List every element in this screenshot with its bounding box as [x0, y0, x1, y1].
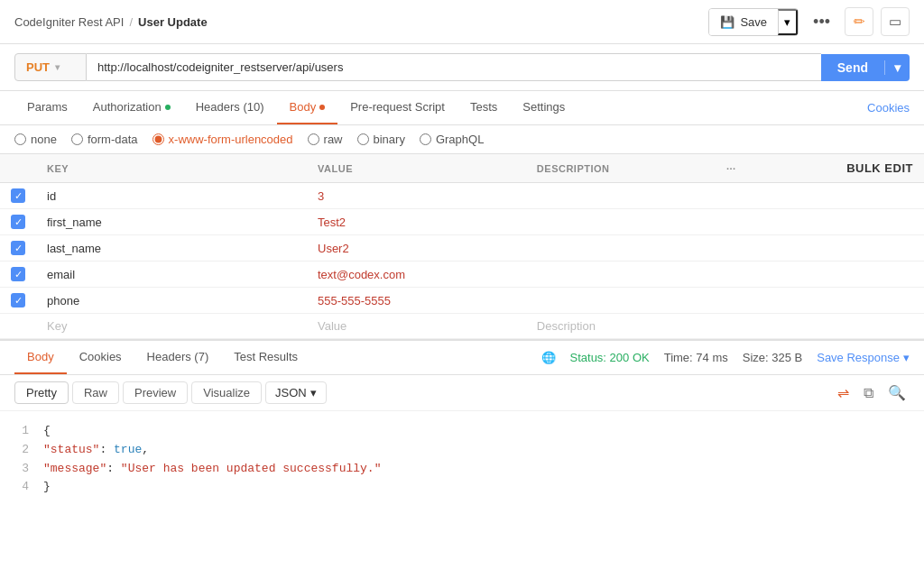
breadcrumb-separator: / — [129, 15, 133, 29]
status-ok: Status: 200 OK — [570, 351, 650, 364]
format-tab-raw[interactable]: Raw — [72, 381, 119, 404]
row-checkbox[interactable]: ✓ — [0, 235, 36, 262]
row-key[interactable]: first_name — [36, 209, 307, 235]
app-name: CodeIgniter Rest API — [14, 15, 124, 29]
response-format-bar: Pretty Raw Preview Visualize JSON ▾ ⇌ ⧉ … — [0, 375, 924, 411]
globe-icon: 🌐 — [541, 351, 556, 364]
response-tab-body[interactable]: Body — [14, 341, 67, 374]
row-more — [716, 262, 747, 288]
radio-none[interactable]: none — [14, 133, 57, 146]
row-key[interactable]: id — [36, 183, 307, 209]
col-value: VALUE — [307, 154, 526, 183]
more-options-button[interactable]: ••• — [806, 9, 837, 35]
send-dropdown-icon[interactable]: ▾ — [884, 60, 910, 75]
row-value[interactable]: 555-555-5555 — [307, 288, 526, 314]
row-more-empty — [716, 314, 747, 339]
row-extra — [747, 209, 924, 235]
col-bulk-edit[interactable]: Bulk Edit — [747, 154, 924, 183]
format-tab-visualize[interactable]: Visualize — [191, 381, 262, 404]
url-input[interactable] — [87, 53, 821, 81]
row-more — [716, 183, 747, 209]
json-output: 1 { 2 "status": true, 3 "message": "User… — [0, 411, 924, 508]
authorization-dot — [165, 105, 171, 110]
row-key-empty[interactable]: Key — [36, 314, 307, 339]
search-button[interactable]: 🔍 — [884, 381, 910, 405]
edit-button[interactable]: ✏ — [845, 7, 873, 36]
save-response-button[interactable]: Save Response ▾ — [817, 351, 910, 364]
row-checkbox[interactable]: ✓ — [0, 183, 36, 209]
radio-form-data[interactable]: form-data — [71, 133, 138, 146]
response-section: Body Cookies Headers (7) Test Results 🌐 … — [0, 339, 924, 508]
save-disk-icon: 💾 — [720, 15, 735, 29]
chevron-down-icon: ▾ — [310, 386, 317, 399]
form-table: KEY VALUE DESCRIPTION ··· Bulk Edit ✓ id… — [0, 154, 924, 339]
row-value[interactable]: Test2 — [307, 209, 526, 235]
body-dot — [319, 105, 325, 110]
table-row: ✓ id 3 — [0, 183, 924, 209]
tab-body[interactable]: Body — [277, 91, 338, 124]
method-select[interactable]: PUT ▾ — [14, 53, 87, 81]
col-more: ··· — [716, 154, 747, 183]
row-key[interactable]: email — [36, 262, 307, 288]
url-bar: PUT ▾ Send ▾ — [0, 44, 924, 91]
save-dropdown-button[interactable]: ▾ — [778, 9, 798, 35]
row-checkbox[interactable]: ✓ — [0, 288, 36, 314]
row-checkbox-empty — [0, 314, 36, 339]
response-status: 🌐 Status: 200 OK Time: 74 ms Size: 325 B… — [541, 351, 910, 364]
comment-button[interactable]: ▭ — [881, 7, 910, 36]
tab-prerequest[interactable]: Pre-request Script — [337, 91, 457, 124]
format-type-select[interactable]: JSON ▾ — [265, 381, 327, 404]
radio-graphql[interactable]: GraphQL — [420, 133, 484, 146]
cookies-link[interactable]: Cookies — [867, 101, 910, 115]
row-extra — [747, 235, 924, 262]
tab-authorization[interactable]: Authorization — [80, 91, 183, 124]
response-size: Size: 325 B — [743, 351, 803, 364]
row-description-empty[interactable]: Description — [526, 314, 716, 339]
tab-settings[interactable]: Settings — [510, 91, 578, 124]
row-extra — [747, 288, 924, 314]
response-tab-cookies[interactable]: Cookies — [67, 341, 134, 374]
method-label: PUT — [26, 60, 50, 74]
comment-icon: ▭ — [889, 14, 901, 30]
copy-button[interactable]: ⧉ — [860, 381, 877, 405]
row-key[interactable]: phone — [36, 288, 307, 314]
form-table-area: KEY VALUE DESCRIPTION ··· Bulk Edit ✓ id… — [0, 154, 924, 339]
tab-headers[interactable]: Headers (10) — [183, 91, 277, 124]
row-description[interactable] — [526, 235, 716, 262]
save-group: 💾 Save ▾ — [708, 8, 799, 36]
tab-params[interactable]: Params — [14, 91, 80, 124]
row-description[interactable] — [526, 209, 716, 235]
tab-tests[interactable]: Tests — [457, 91, 510, 124]
row-checkbox[interactable]: ✓ — [0, 209, 36, 235]
wrap-icon-button[interactable]: ⇌ — [834, 381, 853, 405]
pencil-icon: ✏ — [854, 14, 865, 30]
chevron-down-icon: ▾ — [784, 15, 790, 29]
format-bar-right: ⇌ ⧉ 🔍 — [834, 381, 910, 405]
row-value-empty[interactable]: Value — [307, 314, 526, 339]
table-row: ✓ phone 555-555-5555 — [0, 288, 924, 314]
row-description[interactable] — [526, 183, 716, 209]
format-tab-pretty[interactable]: Pretty — [14, 381, 69, 404]
row-description[interactable] — [526, 262, 716, 288]
send-button[interactable]: Send ▾ — [821, 54, 910, 81]
json-line-4: 4 } — [14, 478, 910, 497]
row-key[interactable]: last_name — [36, 235, 307, 262]
method-arrow-icon: ▾ — [55, 62, 60, 72]
response-tab-headers[interactable]: Headers (7) — [134, 341, 222, 374]
row-value[interactable]: 3 — [307, 183, 526, 209]
table-row: ✓ email text@codex.com — [0, 262, 924, 288]
json-line-1: 1 { — [14, 422, 910, 441]
radio-raw[interactable]: raw — [308, 133, 343, 146]
row-extra — [747, 183, 924, 209]
row-value[interactable]: User2 — [307, 235, 526, 262]
response-tab-test-results[interactable]: Test Results — [221, 341, 310, 374]
radio-binary[interactable]: binary — [357, 133, 405, 146]
row-checkbox[interactable]: ✓ — [0, 262, 36, 288]
row-value[interactable]: text@codex.com — [307, 262, 526, 288]
response-tabs: Body Cookies Headers (7) Test Results 🌐 … — [0, 341, 924, 375]
table-row: ✓ last_name User2 — [0, 235, 924, 262]
radio-urlencoded[interactable]: x-www-form-urlencoded — [152, 133, 293, 146]
format-tab-preview[interactable]: Preview — [123, 381, 188, 404]
row-description[interactable] — [526, 288, 716, 314]
save-button[interactable]: 💾 Save — [709, 9, 778, 35]
